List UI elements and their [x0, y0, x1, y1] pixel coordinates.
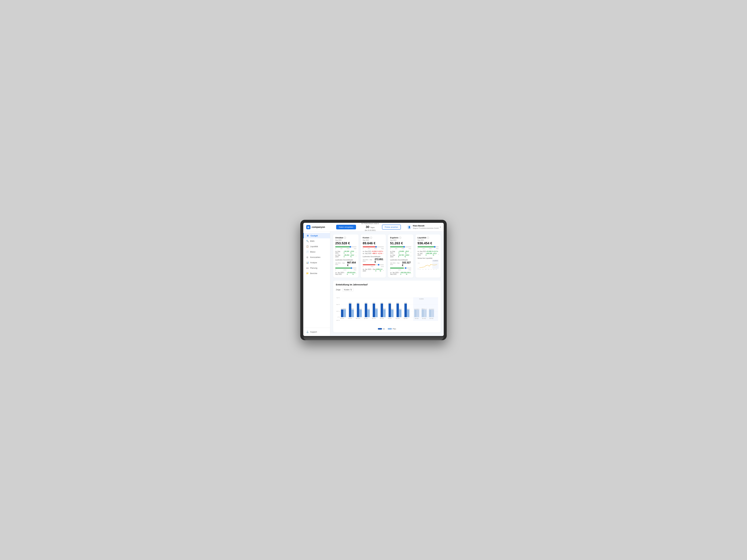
svg-text:280 T€: 280 T€	[414, 309, 417, 310]
svg-rect-63	[414, 310, 417, 317]
svg-text:Jan: Jan	[422, 269, 423, 270]
liquiditaet-icon: 📋	[306, 245, 309, 247]
sidebar-item-kennzahlen[interactable]: ◎ Kennzahlen	[303, 255, 330, 260]
sidebar-item-support[interactable]: ⚓ Support	[303, 329, 330, 335]
card-kosten-title: Kosten i	[363, 237, 384, 239]
svg-text:750 T€: 750 T€	[336, 297, 340, 298]
sidebar-item-analyse[interactable]: 📊 Analyse	[303, 260, 330, 265]
sidebar-item-bilanz[interactable]: 📄 Bilanz	[303, 249, 330, 255]
support-icon: ⚓	[306, 330, 309, 333]
play-data-button[interactable]: Daten einspielen	[336, 225, 356, 230]
trial-date: (bis 23.10.2021)	[361, 230, 379, 232]
liquiditaet-ausblick: Ausblick	[432, 260, 439, 262]
sidebar-item-bwa[interactable]: 🔍 BWA	[303, 238, 330, 244]
kosten-progress	[363, 246, 384, 247]
umsaetze-section2-label: Laufendes Geschäftsjahr	[335, 259, 357, 261]
legend-ist-label: Ist	[383, 328, 385, 330]
trial-unit: Tagen	[370, 226, 375, 228]
svg-rect-64	[417, 310, 419, 317]
umsaetze-section2-value: 667.654 €	[347, 261, 357, 267]
svg-text:Sep: Sep	[433, 269, 434, 270]
svg-text:Feb 2021: Feb 2021	[348, 318, 352, 319]
berichte-icon: 📁	[306, 272, 309, 274]
svg-text:280 T€: 280 T€	[417, 309, 419, 310]
umsaetze-progress-labels: 0MinPlanMax	[335, 248, 357, 249]
sidebar-item-planung[interactable]: 📖 Planung	[303, 265, 330, 271]
liquiditaet-period: Sep 2021	[418, 239, 439, 241]
ergebnis-vs-sep: vs. Sep 2020 +30.749 € +149,9 % ↑	[390, 254, 411, 258]
liquiditaet-info-icon[interactable]: i	[427, 237, 429, 239]
card-liquiditaet-title: Liquidität i	[418, 237, 439, 239]
select-chevron-icon: ⇅	[350, 289, 352, 291]
svg-rect-2	[432, 262, 439, 269]
svg-point-6	[429, 266, 429, 266]
sidebar-label-liquiditaet: Liquidität	[310, 245, 318, 247]
svg-point-4	[422, 267, 423, 267]
svg-rect-36	[359, 310, 362, 317]
svg-text:500 T€: 500 T€	[336, 304, 340, 305]
liquiditaet-progress-fill	[418, 246, 434, 247]
svg-text:Okt 2021: Okt 2021	[415, 318, 419, 319]
svg-text:Juni 2021: Juni 2021	[380, 318, 384, 319]
card-umsaetze: Umsätze i Sep 2021 253.528 € 0MinPlanMax	[333, 235, 359, 277]
trial-label: Ihr Probezeitraum endet in	[361, 223, 379, 225]
svg-text:300 T€: 300 T€	[375, 308, 378, 309]
ergebnis-progress-dot	[403, 246, 405, 247]
card-ergebnis: Ergebnis i Sep 2021 51.263 € 0MinPlanMax	[388, 235, 413, 277]
kosten-value: 89.646 €	[363, 241, 384, 245]
umsaetze-info-icon[interactable]: i	[344, 237, 346, 239]
svg-text:März 2021: März 2021	[356, 318, 360, 319]
svg-text:280 T€: 280 T€	[383, 309, 386, 309]
ergebnis-section2-label: Laufendes Geschäftsjahr	[390, 259, 411, 261]
liquiditaet-chart-area: Ausblick 1 Mio 0 €	[418, 260, 439, 272]
svg-text:Mai 2021: Mai 2021	[372, 318, 376, 319]
kosten-info-icon[interactable]: i	[370, 237, 372, 239]
svg-rect-72	[432, 310, 434, 317]
sidebar-item-liquiditaet[interactable]: 📋 Liquidität	[303, 244, 330, 249]
svg-text:Sep 2021: Sep 2021	[404, 318, 408, 319]
svg-text:0 €: 0 €	[418, 268, 419, 269]
svg-text:Dez 2021: Dez 2021	[429, 318, 433, 319]
user-info: Klaus Bassek Wagner Produktionsbetriebe …	[413, 224, 439, 230]
kosten-select[interactable]: Kosten ⇅	[342, 288, 353, 292]
svg-text:250 T€: 250 T€	[336, 311, 340, 312]
legend-ist-color	[378, 328, 382, 329]
svg-text:510 T€: 510 T€	[389, 302, 391, 303]
sidebar-label-cockpit: Cockpit	[311, 235, 318, 237]
top-bar: ◧ companyon Daten einspielen Ihr Probeze…	[303, 223, 444, 232]
svg-rect-39	[365, 303, 367, 317]
user-dropdown-chevron[interactable]: ▾	[440, 226, 441, 228]
umsaetze-period: Sep 2021	[335, 239, 357, 241]
sidebar-label-bwa: BWA	[310, 240, 314, 242]
svg-rect-35	[357, 303, 359, 317]
kosten-section2-label: Laufendes Geschäftsjahr	[363, 256, 384, 258]
trial-info: Ihr Probezeitraum endet in 30 Tagen (bis…	[361, 223, 379, 232]
bilanz-icon: 📄	[306, 250, 309, 253]
svg-text:280 T€: 280 T€	[407, 309, 410, 310]
ergebnis-info-icon[interactable]: i	[399, 237, 401, 239]
svg-rect-28	[343, 310, 346, 317]
companyon-logo-icon: ◧	[306, 225, 310, 229]
sidebar-label-planung: Planung	[310, 267, 317, 269]
umsaetze-section2-vs: vs. Jan 2020 – Sep 2020 +53.613 € +8,8 %…	[335, 272, 357, 275]
jahresverlauf-title: Entwicklung im Jahresverlauf	[336, 283, 438, 286]
liquiditaet-chart-label: Verlauf der Liquidität	[418, 258, 439, 259]
sidebar-label-kennzahlen: Kennzahlen	[310, 256, 320, 258]
svg-text:Nov 2021: Nov 2021	[422, 318, 426, 319]
umsaetze-progress	[335, 246, 357, 247]
prices-button[interactable]: Preise ansehen	[382, 224, 401, 230]
kosten-progress-dot	[375, 246, 377, 247]
trial-days: 30	[366, 225, 369, 229]
svg-text:280 T€: 280 T€	[424, 309, 427, 310]
svg-rect-43	[373, 303, 375, 317]
user-company: Wagner Produktionsbetriebe GmbH	[413, 227, 439, 230]
svg-text:285 T€: 285 T€	[352, 309, 354, 309]
kosten-section2-value: 272.851 €	[375, 258, 384, 263]
liquiditaet-vs-aug: vs. Aug 2021 +21.861 € +2,3 % ↑	[418, 250, 439, 252]
sidebar-item-berichte[interactable]: 📁 Berichte	[303, 271, 330, 276]
cockpit-icon: ⊞	[306, 235, 309, 237]
sidebar-item-cockpit[interactable]: ⊞ Cockpit	[303, 233, 330, 238]
svg-text:510 T€: 510 T€	[365, 302, 367, 303]
umsaetze-section2-progress	[335, 268, 357, 268]
svg-text:1 Mio: 1 Mio	[418, 263, 420, 264]
